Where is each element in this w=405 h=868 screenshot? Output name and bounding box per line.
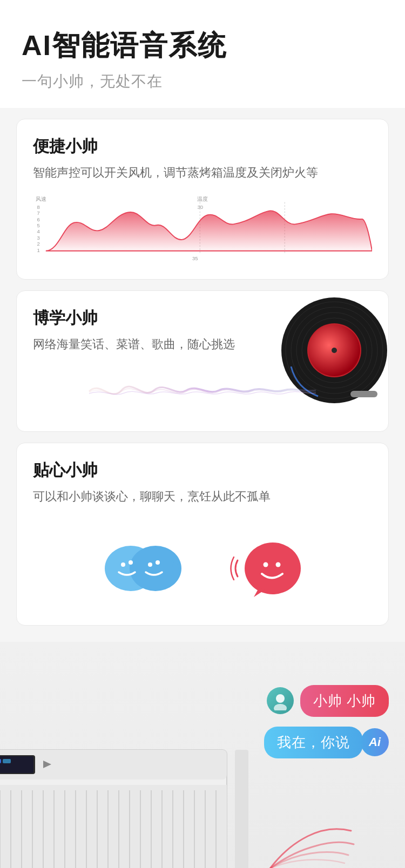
page-wrapper: AI智能语音系统 一句小帅，无处不在 便捷小帅 智能声控可以开关风机，调节蒸烤箱… <box>0 0 405 868</box>
user-bubble-text: 小帅 小帅 <box>300 685 389 717</box>
burner-illustration <box>11 863 97 868</box>
ai-badge: Ai <box>361 728 389 756</box>
svg-text:5: 5 <box>37 222 40 228</box>
svg-text:35: 35 <box>192 255 198 261</box>
chat-icons-row <box>33 517 372 609</box>
card-3: 贴心小帅 可以和小帅谈谈心，聊聊天，烹饪从此不孤单 <box>16 443 389 625</box>
svg-point-26 <box>121 562 125 567</box>
card-2-desc: 网络海量笑话、菜谱、歌曲，随心挑选 <box>33 335 238 354</box>
card-2: 博学小帅 网络海量笑话、菜谱、歌曲，随心挑选 <box>16 290 389 432</box>
card-3-desc: 可以和小帅谈谈心，聊聊天，烹饪从此不孤单 <box>33 487 372 506</box>
svg-text:1: 1 <box>37 247 40 253</box>
header-section: AI智能语音系统 一句小帅，无处不在 <box>0 0 405 108</box>
ai-bubble: 我在，你说 Ai <box>264 727 389 758</box>
svg-text:温度: 温度 <box>197 196 208 202</box>
user-bubble: 小帅 小帅 <box>267 685 389 717</box>
svg-text:6: 6 <box>37 216 40 222</box>
svg-point-29 <box>156 560 160 565</box>
svg-rect-37 <box>0 759 1 763</box>
chat-bubbles: 小帅 小帅 我在，你说 Ai <box>264 685 389 758</box>
svg-rect-36 <box>0 756 33 773</box>
svg-text:8: 8 <box>37 204 40 210</box>
svg-text:30: 30 <box>197 204 203 210</box>
svg-point-28 <box>148 562 152 567</box>
card-1: 便捷小帅 智能声控可以开关风机，调节蒸烤箱温度及关闭炉火等 风速 8 7 6 <box>16 119 389 280</box>
svg-text:风速: 风速 <box>36 196 46 202</box>
chart-container: 风速 8 7 6 5 4 3 2 1 温度 30 35 <box>33 193 372 263</box>
svg-point-30 <box>245 542 301 594</box>
svg-point-78 <box>276 694 285 703</box>
card-2-content: 博学小帅 网络海量笑话、菜谱、歌曲，随心挑选 <box>33 307 372 415</box>
card-1-title: 便捷小帅 <box>33 135 372 158</box>
svg-text:7: 7 <box>37 210 40 216</box>
sound-wave-svg <box>33 370 372 413</box>
wind-speed-chart: 风速 8 7 6 5 4 3 2 1 温度 30 35 <box>33 193 372 263</box>
svg-text:4: 4 <box>37 229 40 235</box>
svg-rect-40 <box>0 785 227 868</box>
svg-point-79 <box>274 704 287 710</box>
hood-illustration <box>0 707 248 868</box>
svg-point-32 <box>276 562 281 567</box>
svg-text:3: 3 <box>37 235 40 241</box>
user-avatar <box>267 687 294 714</box>
card-2-title: 博学小帅 <box>33 307 372 329</box>
card-3-title: 贴心小帅 <box>33 459 372 482</box>
cards-section: 便捷小帅 智能声控可以开关风机，调节蒸烤箱温度及关闭炉火等 风速 8 7 6 <box>0 108 405 642</box>
red-chat-icon <box>227 533 302 603</box>
svg-rect-66 <box>235 750 248 868</box>
blue-chat-icon <box>103 533 184 603</box>
svg-point-31 <box>264 562 268 567</box>
sound-waves <box>254 825 362 868</box>
card-1-desc: 智能声控可以开关风机，调节蒸烤箱温度及关闭炉火等 <box>33 163 372 182</box>
device-section: 小帅 小帅 我在，你说 Ai <box>0 642 405 868</box>
ai-bubble-text: 我在，你说 <box>264 727 363 758</box>
sub-title: 一句小帅，无处不在 <box>22 71 383 92</box>
card-2-text: 博学小帅 网络海量笑话、菜谱、歌曲，随心挑选 <box>33 307 372 415</box>
main-title: AI智能语音系统 <box>22 27 383 65</box>
svg-text:2: 2 <box>37 241 40 247</box>
svg-rect-38 <box>3 759 11 763</box>
svg-point-27 <box>129 560 133 565</box>
